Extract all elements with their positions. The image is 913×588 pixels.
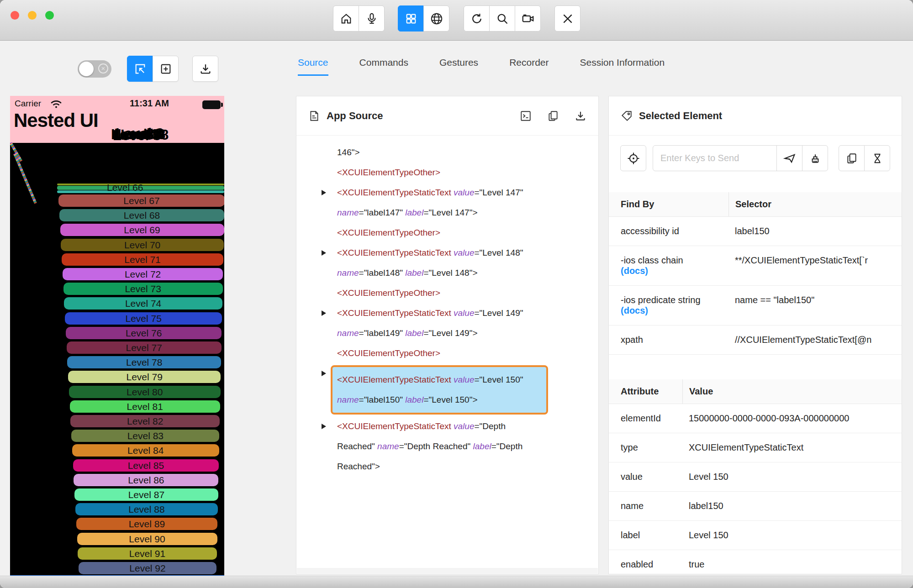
xml-node-static-text[interactable]: <XCUIElementTypeStaticText value="Level … — [337, 243, 598, 283]
level-bar[interactable]: Level 92 — [79, 562, 216, 574]
tab-source[interactable]: Source — [298, 57, 328, 76]
level-bar[interactable]: Level 72 — [63, 268, 223, 280]
level-bar[interactable]: Level 76 — [66, 327, 222, 339]
download-screenshot-button[interactable] — [192, 56, 218, 82]
docs-link[interactable]: (docs) — [621, 266, 724, 276]
wait-for-element-button[interactable] — [864, 145, 890, 171]
locate-element-button[interactable] — [620, 145, 646, 171]
battery-icon — [202, 100, 221, 109]
tab-gestures[interactable]: Gestures — [439, 57, 478, 76]
attribute-row: elementId15000000-0000-0000-093A-0000000… — [609, 404, 902, 433]
level-bar[interactable]: Level 81 — [70, 400, 220, 413]
attribute-value: label150 — [682, 492, 902, 520]
clear-button[interactable] — [802, 145, 828, 171]
expand-arrow-icon[interactable] — [322, 371, 326, 376]
horizontal-scrollbar[interactable] — [297, 568, 598, 573]
level-bar[interactable]: Level 69 — [60, 224, 224, 236]
docs-link[interactable]: (docs) — [621, 305, 724, 316]
home-button[interactable] — [333, 5, 359, 31]
level-bar[interactable]: Level 87 — [74, 488, 218, 501]
selected-element-panel: Selected Element — [608, 96, 902, 574]
attribute-value: 15000000-0000-0000-093A-000000000 — [682, 404, 902, 433]
xml-node-other[interactable]: <XCUIElementTypeOther> — [337, 223, 598, 243]
download-source-icon[interactable] — [575, 110, 586, 122]
level-bar[interactable]: Level 75 — [65, 312, 222, 325]
refresh-icon — [470, 12, 483, 25]
minimize-window-button[interactable] — [28, 11, 37, 20]
expand-arrow-icon[interactable] — [322, 190, 326, 195]
level-bar[interactable]: Level 68 — [59, 209, 224, 221]
refresh-button[interactable] — [464, 5, 490, 31]
view-mode-group — [398, 5, 449, 31]
expand-arrow-icon[interactable] — [322, 310, 326, 316]
zoom-window-button[interactable] — [45, 11, 54, 20]
close-session-group — [554, 5, 581, 31]
keys-input[interactable] — [653, 145, 777, 171]
level-bar[interactable]: Level 90 — [77, 533, 217, 545]
level-bar[interactable]: Level 67 — [58, 194, 224, 207]
send-keys-button[interactable] — [776, 145, 802, 171]
level-bar[interactable]: Level 85 — [73, 459, 219, 472]
attribute-value: Level 150 — [682, 462, 902, 491]
microphone-button[interactable] — [359, 5, 385, 31]
hourglass-icon — [871, 152, 883, 164]
level-bar[interactable]: Level 79 — [68, 371, 221, 383]
attribute-row: typeXCUIElementTypeStaticText — [609, 433, 902, 462]
apps-grid-button[interactable] — [398, 5, 424, 31]
level-bar[interactable]: Level 80 — [69, 386, 221, 398]
xml-node-static-text[interactable]: <XCUIElementTypeStaticText value="Level … — [337, 183, 598, 223]
copy-attributes-button[interactable] — [839, 145, 865, 171]
selector-value: label150 — [728, 217, 902, 246]
close-window-button[interactable] — [11, 11, 19, 20]
tab-commands[interactable]: Commands — [359, 57, 408, 76]
occluded-level-label: Level 66 — [107, 182, 143, 193]
level-bar[interactable]: Level 89 — [76, 518, 217, 530]
xml-node-other[interactable]: <XCUIElementTypeOther> — [337, 283, 598, 303]
terminal-icon[interactable] — [520, 110, 532, 122]
level-bar[interactable]: Level 77 — [67, 341, 222, 354]
globe-button[interactable] — [423, 5, 449, 31]
level-bar[interactable]: Level 88 — [75, 503, 218, 515]
recorder-camera-button[interactable] — [515, 5, 541, 31]
find-by-row: accessibility idlabel150 — [609, 217, 902, 246]
xml-node-static-text[interactable]: <XCUIElementTypeStaticText value="Depth … — [337, 416, 598, 477]
title-bar — [0, 0, 913, 41]
screenshot-interaction-toggle[interactable]: × — [78, 60, 111, 78]
selector-value: name == "label150" — [728, 286, 902, 325]
select-element-mode-button[interactable] — [127, 56, 153, 82]
tab-recorder[interactable]: Recorder — [509, 57, 549, 76]
level-bar[interactable]: Level 84 — [72, 444, 219, 457]
xml-node-continuation[interactable]: 146"> — [337, 142, 598, 163]
level-bar[interactable]: Level 83 — [71, 430, 219, 442]
column-header: Attribute — [609, 379, 682, 404]
xml-node-other[interactable]: <XCUIElementTypeOther> — [337, 343, 598, 363]
xml-node-static-text[interactable]: <XCUIElementTypeStaticText value="Level … — [337, 303, 598, 343]
brush-icon — [809, 152, 822, 165]
window-bottom-chrome — [0, 576, 913, 588]
level-bar[interactable]: Level 71 — [62, 253, 223, 266]
xml-node-static-text[interactable]: <XCUIElementTypeStaticText value="Level … — [337, 363, 598, 416]
level-bar[interactable]: Level 91 — [78, 547, 217, 560]
swipe-coordinates-button[interactable] — [153, 56, 179, 82]
expand-arrow-icon[interactable] — [322, 250, 326, 256]
nested-view-edge-decoration — [13, 153, 37, 204]
expand-arrow-icon[interactable] — [322, 424, 326, 429]
copy-icon[interactable] — [547, 110, 559, 122]
level-bar[interactable]: Level 74 — [64, 297, 222, 310]
level-bar[interactable]: Level 70 — [61, 239, 224, 251]
level-bar[interactable]: Level 78 — [67, 356, 221, 368]
device-screenshot[interactable]: Carrier 11:31 AM Nested UI Level 8 Level… — [10, 96, 224, 585]
level-bar[interactable]: Level 82 — [70, 415, 220, 427]
home-icon — [340, 12, 353, 25]
close-session-button[interactable] — [554, 5, 581, 31]
crosshair-icon — [627, 152, 640, 165]
toggle-off-icon: × — [98, 63, 108, 74]
selected-xml-node[interactable]: <XCUIElementTypeStaticText value="Level … — [331, 365, 548, 415]
xml-node-other[interactable]: <XCUIElementTypeOther> — [337, 163, 598, 183]
level-bar[interactable]: Level 73 — [63, 283, 223, 295]
level-bar[interactable]: Level 86 — [74, 474, 218, 486]
search-button[interactable] — [489, 5, 515, 31]
send-icon — [783, 152, 796, 165]
tab-session-information[interactable]: Session Information — [580, 57, 665, 76]
carrier-label: Carrier — [15, 99, 41, 109]
